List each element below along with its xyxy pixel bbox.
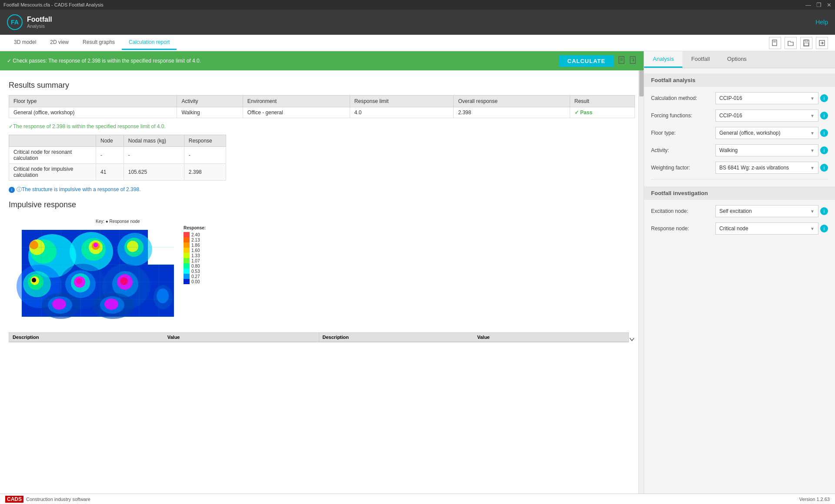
nav-tabs-bar: 3D model 2D view Result graphs Calculati… xyxy=(0,35,835,51)
svg-rect-12 xyxy=(630,56,635,63)
select-weighting-factor: BS 6841 Wg: z-axis vibrations ▼ i xyxy=(715,162,828,174)
col-node-label xyxy=(9,135,96,147)
cell-impulsive-response: 2.398 xyxy=(184,164,226,181)
scrollbar-thumb[interactable] xyxy=(639,70,644,96)
cell-impulsive-label: Critical node for impulsive calculation xyxy=(9,164,96,181)
nav-tabs-list: 3D model 2D view Result graphs Calculati… xyxy=(7,36,177,50)
open-file-button[interactable] xyxy=(785,37,797,49)
cell-resonant-label: Critical node for resonant calculation xyxy=(9,147,96,164)
col-floor-type: Floor type xyxy=(9,96,177,107)
select-floor-type-value: General (office, workshop) xyxy=(719,130,781,136)
select-response-node: Critical node ▼ i xyxy=(715,222,828,235)
calculate-button[interactable]: CALCULATE xyxy=(559,55,614,67)
field-calculation-method: Calculation method: CCIP-016 ▼ i xyxy=(651,92,828,104)
select-response-node-value: Critical node xyxy=(719,225,748,232)
app-footer: CADS Construction industry software Vers… xyxy=(0,494,835,504)
table-row: Critical node for resonant calculation -… xyxy=(9,147,226,164)
select-excitation-node-value: Self excitation xyxy=(719,208,752,214)
select-activity-control[interactable]: Walking ▼ xyxy=(715,144,818,156)
chevron-down-icon: ▼ xyxy=(810,131,815,136)
svg-point-43 xyxy=(52,298,66,310)
report-icon-button[interactable] xyxy=(618,56,625,66)
chevron-down-icon: ▼ xyxy=(810,113,815,118)
select-forcing-functions: CCIP-016 ▼ i xyxy=(715,109,828,122)
info-activity-icon[interactable]: i xyxy=(820,146,828,154)
select-response-node-control[interactable]: Critical node ▼ xyxy=(715,222,818,235)
toolbar-icons xyxy=(769,37,828,49)
bottom-table-left: Description Value xyxy=(9,332,319,342)
status-message: ✓ Check passes: The response of 2.398 is… xyxy=(7,58,201,64)
left-panel: ✓ Check passes: The response of 2.398 is… xyxy=(0,51,644,494)
select-excitation-node-control[interactable]: Self excitation ▼ xyxy=(715,205,818,217)
tab-calculation-report[interactable]: Calculation report xyxy=(122,36,177,50)
info-forcing-functions-icon[interactable]: i xyxy=(820,112,828,119)
info-response-node-icon[interactable]: i xyxy=(820,225,828,232)
check-pass-text: ✓The response of 2.398 is within the spe… xyxy=(9,123,635,129)
cell-resonant-node: - xyxy=(96,147,124,164)
info-weighting-factor-icon[interactable]: i xyxy=(820,164,828,172)
label-forcing-functions: Forcing functions: xyxy=(651,113,712,119)
label-response-node: Response node: xyxy=(651,225,712,232)
label-calculation-method: Calculation method: xyxy=(651,95,712,101)
tab-footfall[interactable]: Footfall xyxy=(682,51,718,68)
results-summary-title: Results summary xyxy=(9,81,635,90)
tab-result-graphs[interactable]: Result graphs xyxy=(76,36,122,50)
svg-point-23 xyxy=(94,243,98,247)
info-calculation-method-icon[interactable]: i xyxy=(820,94,828,102)
logo-icon: FA xyxy=(7,14,23,30)
field-response-node: Response node: Critical node ▼ i xyxy=(651,222,828,235)
svg-point-18 xyxy=(30,241,38,249)
select-activity-value: Walking xyxy=(719,147,738,153)
content-area: Results summary Floor type Activity Envi… xyxy=(0,70,644,494)
field-weighting-factor: Weighting factor: BS 6841 Wg: z-axis vib… xyxy=(651,162,828,174)
select-forcing-functions-control[interactable]: CCIP-016 ▼ xyxy=(715,109,818,122)
cads-logo: CADS xyxy=(5,496,23,503)
cell-response-limit: 4.0 xyxy=(350,107,454,118)
col-result: Result xyxy=(570,96,635,107)
col-environment: Environment xyxy=(243,96,350,107)
cell-resonant-response: - xyxy=(184,147,226,164)
svg-point-36 xyxy=(76,278,82,284)
tab-analysis[interactable]: Analysis xyxy=(644,51,682,68)
svg-rect-8 xyxy=(619,56,624,63)
help-link[interactable]: Help xyxy=(815,19,828,26)
window-controls: — ❐ ✕ xyxy=(805,2,832,8)
tab-options[interactable]: Options xyxy=(718,51,755,68)
window-title: Footfall Mescouris.cfa - CADS Footfall A… xyxy=(3,2,104,7)
select-forcing-functions-value: CCIP-016 xyxy=(719,113,742,119)
vertical-scrollbar[interactable] xyxy=(638,70,644,494)
chevron-down-icon: ▼ xyxy=(810,96,815,101)
impulsive-info-text: i ⓘThe structure is impulsive with a res… xyxy=(9,186,635,193)
export-report-button[interactable] xyxy=(629,56,637,66)
chevron-down-icon: ▼ xyxy=(810,166,815,170)
heatmap-container: Key: ● Response node xyxy=(9,219,206,321)
restore-btn[interactable]: ❐ xyxy=(816,2,822,8)
scroll-down-arrow[interactable] xyxy=(629,332,635,342)
tab-3d-model[interactable]: 3D model xyxy=(7,36,43,50)
close-btn[interactable]: ✕ xyxy=(827,2,832,8)
select-weighting-factor-value: BS 6841 Wg: z-axis vibrations xyxy=(719,165,789,171)
info-floor-type-icon[interactable]: i xyxy=(820,129,828,137)
label-floor-type: Floor type: xyxy=(651,130,712,136)
export-button[interactable] xyxy=(816,37,828,49)
info-excitation-node-icon[interactable]: i xyxy=(820,207,828,215)
val-col-1: Value xyxy=(164,333,319,342)
select-weighting-factor-control[interactable]: BS 6841 Wg: z-axis vibrations ▼ xyxy=(715,162,818,174)
select-activity: Walking ▼ i xyxy=(715,144,828,156)
heatmap-legend: Response: 2.40 2.13 1.86 1.60 1.33 1.07 … xyxy=(184,225,206,284)
minimize-btn[interactable]: — xyxy=(805,2,811,8)
logo-text: Footfall Analysis xyxy=(27,16,52,29)
app-logo: FA Footfall Analysis xyxy=(7,14,52,30)
select-floor-type-control[interactable]: General (office, workshop) ▼ xyxy=(715,127,818,139)
save-file-button[interactable] xyxy=(800,37,812,49)
heatmap-key-label: Key: xyxy=(96,219,104,224)
select-calculation-method-control[interactable]: CCIP-016 ▼ xyxy=(715,92,818,104)
label-activity: Activity: xyxy=(651,147,712,153)
cell-floor-type: General (office, workshop) xyxy=(9,107,177,118)
select-floor-type: General (office, workshop) ▼ i xyxy=(715,127,828,139)
heatmap-svg xyxy=(9,225,178,321)
tab-2d-view[interactable]: 2D view xyxy=(43,36,76,50)
new-file-button[interactable] xyxy=(769,37,781,49)
svg-point-46 xyxy=(104,298,118,310)
impulsive-response-title: Impulsive response xyxy=(9,200,635,209)
